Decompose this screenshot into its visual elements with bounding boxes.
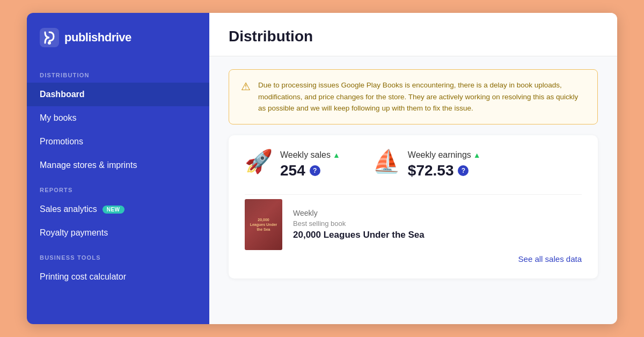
alert-text: Due to processing issues Google Play Boo…: [258, 79, 586, 114]
sidebar-item-manage-stores-label: Manage stores & imprints: [40, 160, 137, 170]
sidebar-item-promotions[interactable]: Promotions: [27, 130, 209, 153]
sidebar-item-royalty-label: Royalty payments: [40, 228, 108, 238]
section-label-reports: Reports: [27, 177, 209, 197]
sidebar-item-dashboard-label: Dashboard: [40, 90, 85, 99]
book-title: 20,000 Leagues Under the Sea: [293, 230, 425, 240]
sidebar-item-royalty-payments[interactable]: Sales analytics Royalty payments: [27, 221, 209, 245]
book-cover-text: 20,000Leagues Underthe Sea: [250, 217, 277, 232]
section-label-distribution: Distribution: [27, 62, 209, 83]
logo-icon: [40, 28, 59, 47]
sidebar-item-printing-cost[interactable]: Printing cost calculator: [27, 265, 209, 289]
warning-icon: ⚠: [241, 80, 251, 93]
weekly-earnings-value: $72.53 ?: [408, 162, 481, 179]
logo-area: publishdrive: [27, 13, 209, 62]
earnings-help-icon[interactable]: ?: [458, 165, 469, 176]
sidebar-item-manage-stores[interactable]: Manage stores & imprints: [27, 153, 209, 177]
stats-card: 🚀 Weekly sales ▲ 254 ?: [229, 135, 598, 279]
app-wrapper: publishdrive Distribution Dashboard My b…: [27, 13, 617, 324]
book-cover: 20,000Leagues Underthe Sea: [245, 199, 282, 250]
stats-row: 🚀 Weekly sales ▲ 254 ?: [245, 150, 582, 179]
rocket-icon: 🚀: [245, 150, 273, 173]
weekly-sales-value: 254 ?: [280, 162, 340, 179]
svg-point-1: [48, 41, 51, 45]
weekly-sales-info: Weekly sales ▲ 254 ?: [280, 150, 340, 179]
weekly-sales-label: Weekly sales ▲: [280, 150, 340, 160]
book-info: Weekly Best selling book 20,000 Leagues …: [293, 209, 425, 240]
sidebar-item-sales-analytics-label: Sales analytics: [40, 204, 97, 214]
page-title: Distribution: [229, 28, 598, 45]
new-badge: NEW: [103, 206, 125, 214]
best-selling-book-row: 20,000Leagues Underthe Sea Weekly Best s…: [245, 194, 582, 250]
sidebar-item-my-books-label: My books: [40, 113, 76, 123]
sidebar-item-dashboard[interactable]: Dashboard: [27, 83, 209, 106]
logo-text: publishdrive: [64, 31, 131, 45]
earnings-icon: ⛵: [372, 150, 400, 173]
alert-box: ⚠ Due to processing issues Google Play B…: [229, 69, 598, 124]
sidebar-item-printing-cost-label: Printing cost calculator: [40, 272, 126, 282]
sidebar: publishdrive Distribution Dashboard My b…: [27, 13, 209, 324]
see-all-sales-data-link[interactable]: See all sales data: [518, 254, 582, 263]
weekly-earnings-block: ⛵ Weekly earnings ▲ $72.53 ?: [372, 150, 481, 179]
weekly-earnings-label: Weekly earnings ▲: [408, 150, 481, 160]
book-sublabel: Best selling book: [293, 219, 425, 228]
weekly-earnings-info: Weekly earnings ▲ $72.53 ?: [408, 150, 481, 179]
sales-up-arrow: ▲: [333, 151, 340, 159]
earnings-up-arrow: ▲: [473, 151, 481, 159]
sales-help-icon[interactable]: ?: [310, 165, 320, 176]
main-body: ⚠ Due to processing issues Google Play B…: [209, 56, 617, 291]
sidebar-item-my-books[interactable]: My books: [27, 106, 209, 130]
see-all-link-container: See all sales data: [245, 254, 582, 263]
sidebar-item-promotions-label: Promotions: [40, 137, 83, 146]
weekly-sales-block: 🚀 Weekly sales ▲ 254 ?: [245, 150, 340, 179]
section-label-business-tools: Business Tools: [27, 245, 209, 265]
sidebar-item-sales-analytics[interactable]: Sales analytics NEW: [27, 197, 209, 221]
book-period: Weekly: [293, 209, 425, 217]
main-header: Distribution: [209, 13, 617, 56]
main-content: Distribution ⚠ Due to processing issues …: [209, 13, 617, 324]
book-cover-inner: 20,000Leagues Underthe Sea: [245, 199, 282, 250]
